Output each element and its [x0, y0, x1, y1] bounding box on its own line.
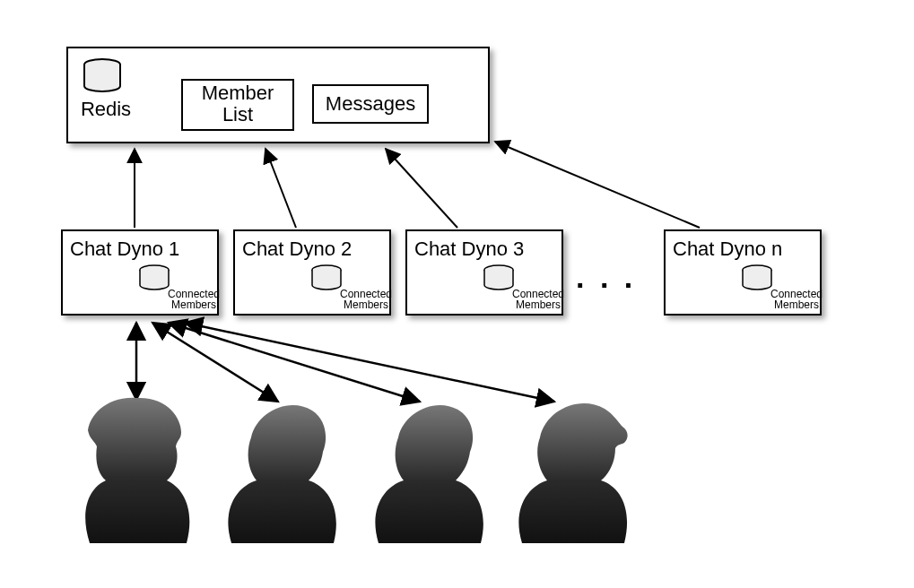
svg-line-6	[265, 149, 296, 228]
user-icon-3	[375, 405, 483, 543]
user-icon-2	[228, 405, 335, 543]
user-icon-1	[85, 398, 189, 543]
svg-line-12	[185, 323, 554, 402]
dyno-title-3: Chat Dyno 3	[414, 238, 558, 260]
dyno-db-label-2b: Members	[339, 299, 393, 311]
dyno-db-label-3b: Members	[511, 299, 565, 311]
dyno-title-1: Chat Dyno 1	[70, 238, 213, 260]
svg-line-10	[152, 323, 278, 402]
dyno-db-label-nb: Members	[770, 299, 823, 311]
svg-line-11	[169, 323, 420, 402]
member-list-label-line1: Member	[181, 82, 294, 104]
svg-line-8	[495, 142, 700, 228]
messages-label: Messages	[312, 93, 429, 115]
redis-db-label: Redis	[79, 99, 133, 120]
dyno-title-n: Chat Dyno n	[673, 238, 816, 260]
svg-line-7	[386, 149, 457, 228]
user-icon-4	[518, 403, 627, 543]
dyno-title-2: Chat Dyno 2	[242, 238, 386, 260]
ellipsis: . . .	[576, 260, 636, 295]
member-list-label-line2: List	[181, 104, 294, 125]
dyno-db-label-1b: Members	[167, 299, 221, 311]
